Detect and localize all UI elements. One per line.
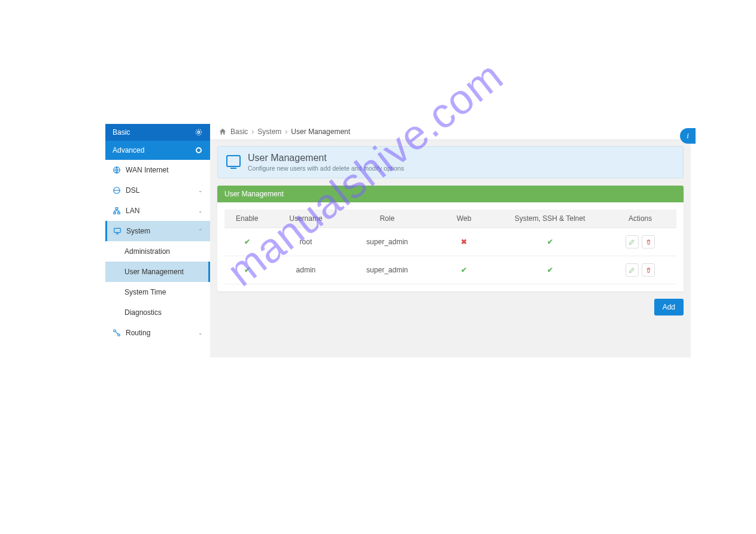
page-header-icon [226,155,241,167]
cell-username: root [270,228,342,256]
gear-icon [195,128,203,136]
app-window: Basic Advanced WAN Internet DSL ⌄ [105,124,691,357]
edit-button[interactable] [626,263,639,277]
check-icon: ✔ [547,266,553,274]
sidebar-item-routing[interactable]: Routing ⌄ [105,323,210,343]
breadcrumb-sep: › [251,128,254,136]
svg-rect-6 [118,212,120,214]
sidebar-sub-system-time[interactable]: System Time [105,282,210,302]
svg-rect-7 [114,228,121,232]
col-role: Role [342,210,432,228]
sidebar-item-label: DSL [126,186,139,195]
sidebar-sub-diagnostics[interactable]: Diagnostics [105,302,210,323]
delete-button[interactable] [642,263,655,277]
info-glyph: i [687,131,689,141]
edit-button[interactable] [626,235,639,248]
col-web: Web [432,210,496,228]
routing-icon [113,329,121,337]
sidebar-sub-administration[interactable]: Administration [105,241,210,262]
svg-point-0 [198,131,200,134]
sidebar-mode-advanced[interactable]: Advanced [105,141,210,160]
chevron-down-icon: ⌄ [198,330,203,336]
panel-body: Enable Username Role Web System, SSH & T… [217,202,684,292]
breadcrumb-level2[interactable]: System [257,128,281,136]
sidebar-item-wan[interactable]: WAN Internet [105,160,210,180]
col-actions: Actions [604,210,676,228]
col-username: Username [270,210,342,228]
sidebar-advanced-label: Advanced [113,146,144,154]
cross-icon: ✖ [461,238,467,246]
chevron-down-icon: ⌄ [198,187,203,193]
sidebar-item-label: WAN Internet [126,166,169,174]
info-icon[interactable]: i [680,128,696,144]
breadcrumb-current: User Management [291,128,350,136]
sidebar-sub-label: System Time [125,288,166,296]
sidebar-item-dsl[interactable]: DSL ⌄ [105,180,210,201]
globe-icon [113,166,121,174]
add-button-container: Add [210,299,691,323]
svg-rect-5 [114,212,116,214]
check-icon: ✔ [244,266,250,274]
svg-rect-4 [116,208,118,210]
page-subtitle: Configure new users with add delete and … [248,165,404,172]
page-header: User Management Configure new users with… [217,146,684,178]
user-table: Enable Username Role Web System, SSH & T… [224,210,676,284]
globe-alt-icon [113,186,121,195]
cell-username: admin [270,256,342,284]
sidebar-sub-user-management[interactable]: User Management [105,262,210,282]
sidebar: Basic Advanced WAN Internet DSL ⌄ [105,124,210,357]
home-icon[interactable] [218,128,227,136]
svg-point-1 [196,129,201,135]
page-title: User Management [248,153,404,163]
sidebar-item-lan[interactable]: LAN ⌄ [105,201,210,221]
sidebar-item-system[interactable]: System ⌃ [105,221,210,241]
sidebar-sub-label: User Management [125,268,184,276]
sidebar-sub-label: Administration [125,247,170,256]
chevron-up-icon: ⌃ [198,228,203,234]
check-icon: ✔ [547,238,553,246]
sidebar-item-label: System [126,227,150,235]
cell-role: super_admin [342,256,432,284]
cell-role: super_admin [342,228,432,256]
sidebar-basic-label: Basic [113,128,130,136]
check-icon: ✔ [244,238,250,246]
breadcrumb-level1[interactable]: Basic [230,128,248,136]
table-row: ✔ admin super_admin ✔ ✔ [224,256,676,284]
col-enable: Enable [224,210,270,228]
add-button[interactable]: Add [654,299,684,315]
sidebar-item-label: Routing [126,329,150,337]
circle-icon [195,146,203,154]
user-management-panel: User Management Enable Username Role Web… [217,186,684,292]
col-ssh: System, SSH & Telnet [496,210,604,228]
delete-button[interactable] [642,235,655,248]
sidebar-item-label: LAN [126,207,139,215]
breadcrumb-sep: › [285,128,287,136]
check-icon: ✔ [461,266,467,274]
panel-header: User Management [217,186,684,202]
main-content: Basic › System › User Management i User … [210,124,691,357]
breadcrumb: Basic › System › User Management i [210,124,691,140]
monitor-icon [113,227,122,235]
network-icon [113,207,121,215]
table-row: ✔ root super_admin ✖ ✔ [224,228,676,256]
sidebar-mode-basic[interactable]: Basic [105,124,210,141]
sidebar-sub-label: Diagnostics [125,308,162,317]
chevron-down-icon: ⌄ [198,208,203,214]
